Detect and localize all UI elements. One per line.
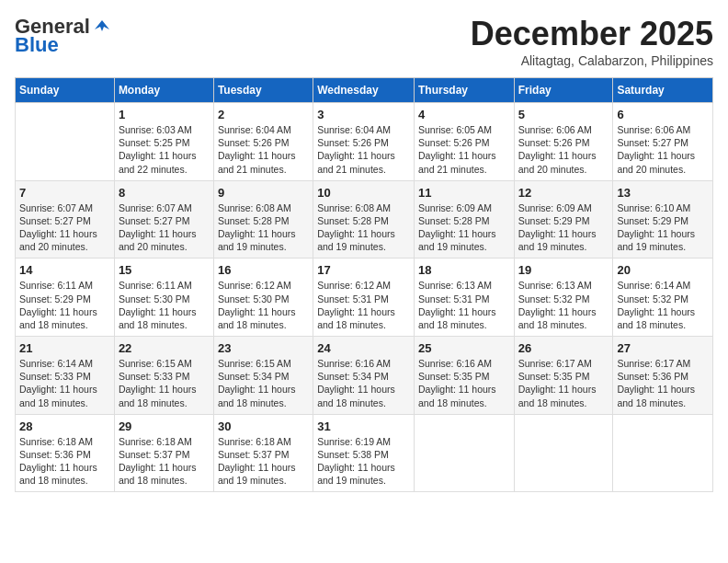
cell-info: and 20 minutes.	[617, 163, 709, 176]
day-number: 29	[119, 419, 210, 433]
cell-info: Sunrise: 6:16 AM	[418, 357, 510, 370]
cell-info: Sunrise: 6:06 AM	[518, 123, 609, 136]
calendar-cell	[514, 414, 613, 492]
cell-info: Daylight: 11 hours	[119, 149, 210, 162]
day-number: 26	[518, 341, 609, 355]
day-number: 31	[317, 419, 410, 433]
cell-info: Sunrise: 6:08 AM	[317, 201, 410, 214]
cell-info: Daylight: 11 hours	[119, 383, 210, 396]
cell-info: Sunrise: 6:14 AM	[617, 279, 709, 292]
calendar-cell: 5Sunrise: 6:06 AMSunset: 5:26 PMDaylight…	[514, 103, 613, 181]
day-number: 5	[518, 108, 609, 121]
cell-info: Daylight: 11 hours	[317, 149, 410, 162]
cell-info: Daylight: 11 hours	[317, 227, 410, 240]
cell-info: Daylight: 11 hours	[418, 149, 510, 162]
cell-info: Sunset: 5:32 PM	[617, 293, 709, 305]
calendar-cell	[414, 414, 514, 492]
cell-info: Sunrise: 6:04 AM	[218, 123, 309, 136]
calendar-cell: 6Sunrise: 6:06 AMSunset: 5:27 PMDaylight…	[613, 103, 713, 181]
cell-info: Daylight: 11 hours	[418, 383, 510, 396]
cell-info: Sunset: 5:38 PM	[317, 448, 410, 461]
cell-info: and 22 minutes.	[119, 163, 210, 176]
day-number: 19	[518, 263, 609, 277]
cell-info: and 18 minutes.	[19, 396, 110, 409]
day-number: 12	[518, 186, 609, 200]
cell-info: and 19 minutes.	[218, 474, 309, 487]
cell-info: Daylight: 11 hours	[317, 305, 410, 318]
cell-info: and 18 minutes.	[617, 318, 709, 331]
cell-info: Daylight: 11 hours	[317, 461, 410, 474]
cell-info: Sunset: 5:29 PM	[518, 214, 609, 227]
cell-info: Daylight: 11 hours	[617, 305, 709, 318]
cell-info: Sunset: 5:35 PM	[518, 370, 609, 383]
cell-info: Sunrise: 6:17 AM	[617, 357, 709, 370]
calendar-cell: 13Sunrise: 6:10 AMSunset: 5:29 PMDayligh…	[613, 180, 713, 259]
calendar-cell: 10Sunrise: 6:08 AMSunset: 5:28 PMDayligh…	[313, 180, 415, 259]
cell-info: Sunset: 5:26 PM	[518, 136, 609, 149]
cell-info: Daylight: 11 hours	[218, 149, 309, 162]
cell-info: Sunset: 5:27 PM	[617, 136, 709, 149]
calendar-cell: 16Sunrise: 6:12 AMSunset: 5:30 PMDayligh…	[213, 259, 313, 337]
col-header-tuesday: Tuesday	[213, 78, 313, 103]
col-header-sunday: Sunday	[16, 78, 115, 103]
calendar-cell: 3Sunrise: 6:04 AMSunset: 5:26 PMDaylight…	[313, 103, 415, 181]
day-number: 22	[119, 341, 210, 355]
day-number: 6	[617, 108, 709, 121]
calendar-cell: 27Sunrise: 6:17 AMSunset: 5:36 PMDayligh…	[613, 337, 713, 415]
cell-info: Sunset: 5:26 PM	[317, 136, 410, 149]
cell-info: Sunrise: 6:15 AM	[119, 357, 210, 370]
cell-info: Daylight: 11 hours	[119, 305, 210, 318]
cell-info: and 18 minutes.	[317, 318, 410, 331]
col-header-wednesday: Wednesday	[313, 78, 415, 103]
cell-info: Sunset: 5:37 PM	[218, 448, 309, 461]
title-area: December 2025 Alitagtag, Calabarzon, Phi…	[471, 15, 713, 68]
cell-info: Sunset: 5:36 PM	[19, 448, 110, 461]
cell-info: and 20 minutes.	[19, 240, 110, 253]
cell-info: and 19 minutes.	[518, 240, 609, 253]
cell-info: Sunset: 5:26 PM	[218, 136, 309, 149]
cell-info: Sunrise: 6:18 AM	[119, 435, 210, 448]
day-number: 1	[119, 108, 210, 121]
calendar-cell: 11Sunrise: 6:09 AMSunset: 5:28 PMDayligh…	[414, 180, 514, 259]
cell-info: and 19 minutes.	[418, 240, 510, 253]
calendar-table: SundayMondayTuesdayWednesdayThursdayFrid…	[15, 77, 713, 492]
cell-info: Sunset: 5:36 PM	[617, 370, 709, 383]
week-row-3: 14Sunrise: 6:11 AMSunset: 5:29 PMDayligh…	[16, 259, 713, 337]
week-row-1: 1Sunrise: 6:03 AMSunset: 5:25 PMDaylight…	[16, 103, 713, 181]
cell-info: and 18 minutes.	[418, 396, 510, 409]
month-title: December 2025	[471, 15, 713, 53]
calendar-cell: 30Sunrise: 6:18 AMSunset: 5:37 PMDayligh…	[213, 414, 313, 492]
cell-info: Sunset: 5:25 PM	[119, 136, 210, 149]
cell-info: Daylight: 11 hours	[218, 305, 309, 318]
day-number: 3	[317, 108, 410, 121]
day-number: 23	[218, 341, 309, 355]
cell-info: and 18 minutes.	[617, 396, 709, 409]
cell-info: and 18 minutes.	[19, 474, 110, 487]
day-number: 21	[19, 341, 110, 355]
calendar-cell: 4Sunrise: 6:05 AMSunset: 5:26 PMDaylight…	[414, 103, 514, 181]
cell-info: Daylight: 11 hours	[617, 227, 709, 240]
cell-info: Daylight: 11 hours	[418, 305, 510, 318]
cell-info: Sunset: 5:37 PM	[119, 448, 210, 461]
cell-info: Sunrise: 6:18 AM	[19, 435, 110, 448]
col-header-monday: Monday	[114, 78, 213, 103]
cell-info: and 18 minutes.	[119, 318, 210, 331]
cell-info: Sunrise: 6:17 AM	[518, 357, 609, 370]
cell-info: and 18 minutes.	[19, 318, 110, 331]
cell-info: Sunrise: 6:09 AM	[518, 201, 609, 214]
day-number: 11	[418, 186, 510, 200]
day-number: 18	[418, 263, 510, 277]
calendar-cell: 26Sunrise: 6:17 AMSunset: 5:35 PMDayligh…	[514, 337, 613, 415]
svg-marker-0	[95, 20, 109, 31]
cell-info: Sunrise: 6:10 AM	[617, 201, 709, 214]
col-header-friday: Friday	[514, 78, 613, 103]
cell-info: and 18 minutes.	[518, 396, 609, 409]
day-number: 8	[119, 186, 210, 200]
cell-info: Sunrise: 6:07 AM	[119, 201, 210, 214]
cell-info: and 19 minutes.	[317, 474, 410, 487]
location-title: Alitagtag, Calabarzon, Philippines	[471, 53, 713, 68]
cell-info: Sunset: 5:28 PM	[418, 214, 510, 227]
calendar-cell: 21Sunrise: 6:14 AMSunset: 5:33 PMDayligh…	[16, 337, 115, 415]
logo-blue-text: Blue	[15, 33, 59, 57]
cell-info: Sunset: 5:27 PM	[19, 214, 110, 227]
